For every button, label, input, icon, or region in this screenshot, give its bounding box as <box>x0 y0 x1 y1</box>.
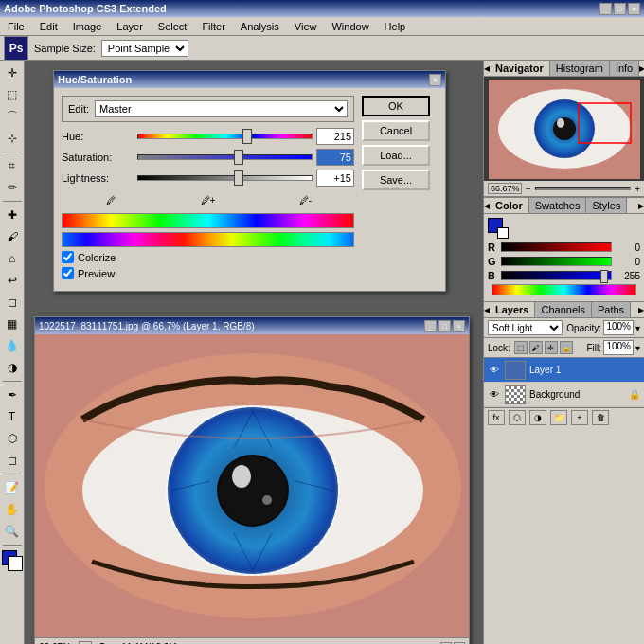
image-minimize-button[interactable]: _ <box>424 320 437 332</box>
tab-layers[interactable]: Layers <box>490 302 535 317</box>
tab-styles[interactable]: Styles <box>586 198 627 213</box>
saturation-value[interactable]: 75 <box>316 149 354 166</box>
zoom-out-icon[interactable]: − <box>526 184 531 194</box>
layers-panel-expand[interactable]: ▶ <box>638 302 644 317</box>
blur-tool[interactable]: 💧 <box>2 335 23 356</box>
layer-fx-button[interactable]: fx <box>488 410 505 425</box>
maximize-button[interactable]: □ <box>614 3 626 15</box>
color-panel-expand[interactable]: ▶ <box>638 198 644 213</box>
tab-color[interactable]: Color <box>490 198 529 213</box>
blend-mode-select[interactable]: Soft Light <box>488 320 563 335</box>
menu-view[interactable]: View <box>291 19 321 34</box>
minimize-button[interactable]: _ <box>599 3 612 15</box>
menu-select[interactable]: Select <box>154 19 191 34</box>
color-swatch-stack[interactable] <box>488 218 509 239</box>
zoom-info-icon[interactable]: i <box>79 641 92 645</box>
image-close-button[interactable]: × <box>453 320 465 332</box>
new-layer-button[interactable]: + <box>571 410 588 425</box>
fill-arrow[interactable]: ▾ <box>635 343 640 353</box>
r-slider-track[interactable] <box>501 242 612 252</box>
tab-histogram[interactable]: Histogram <box>550 61 610 76</box>
dodge-tool[interactable]: ◑ <box>2 357 23 378</box>
menu-window[interactable]: Window <box>328 19 372 34</box>
lock-all-icon[interactable]: 🔒 <box>560 341 573 354</box>
zoom-tool[interactable]: 🔍 <box>2 521 23 542</box>
tab-info[interactable]: Info <box>610 61 639 76</box>
crop-tool[interactable]: ⌗ <box>2 155 23 176</box>
zoom-percentage[interactable]: 66.67% <box>488 183 522 194</box>
move-tool[interactable]: ✛ <box>2 63 23 83</box>
bg-swatch[interactable] <box>497 227 509 239</box>
menu-filter[interactable]: Filter <box>198 19 228 34</box>
hue-slider-container[interactable] <box>137 129 313 144</box>
brush-tool[interactable]: 🖌 <box>2 226 23 247</box>
lightness-value[interactable]: +15 <box>316 170 354 187</box>
text-tool[interactable]: T <box>2 406 23 427</box>
cancel-button[interactable]: Cancel <box>362 120 430 141</box>
preview-checkbox[interactable] <box>62 267 74 279</box>
hue-value[interactable]: 215 <box>316 128 354 145</box>
save-button[interactable]: Save... <box>362 170 430 190</box>
eyedropper-subtract-icon[interactable]: 🖉+ <box>199 190 218 209</box>
b-slider-thumb[interactable] <box>600 270 608 283</box>
image-canvas[interactable] <box>35 334 469 637</box>
color-spectrum-bar[interactable] <box>492 284 636 295</box>
eyedropper-add-icon[interactable]: 🖉 <box>101 190 120 209</box>
edit-select[interactable]: Master <box>95 100 348 117</box>
saturation-slider-container[interactable] <box>137 150 313 165</box>
eyedropper-tool[interactable]: ✏ <box>2 177 23 198</box>
b-slider-track[interactable] <box>501 271 612 280</box>
pen-tool[interactable]: ✒ <box>2 385 23 405</box>
zoom-slider[interactable] <box>535 187 631 190</box>
layer-group-button[interactable]: 📁 <box>550 410 567 425</box>
dialog-close-button[interactable]: × <box>429 74 441 86</box>
layer-adjustment-button[interactable]: ◑ <box>529 410 546 425</box>
marquee-tool[interactable]: ⬚ <box>2 84 23 105</box>
load-button[interactable]: Load... <box>362 145 430 166</box>
lock-transparent-icon[interactable]: ⬚ <box>514 341 528 354</box>
tab-channels[interactable]: Channels <box>535 302 591 317</box>
menu-file[interactable]: File <box>4 19 28 34</box>
lightness-slider-container[interactable] <box>137 170 313 186</box>
layer-bg-eye-icon[interactable]: 👁 <box>488 388 501 402</box>
menu-image[interactable]: Image <box>69 19 106 34</box>
eraser-tool[interactable]: ◻ <box>2 292 23 313</box>
layer-item-1[interactable]: 👁 Layer 1 <box>484 358 644 383</box>
notes-tool[interactable]: 📝 <box>2 477 23 498</box>
opacity-value[interactable]: 100% <box>603 320 634 335</box>
history-tool[interactable]: ↩ <box>2 270 23 291</box>
shape-tool[interactable]: ◻ <box>2 450 23 471</box>
opacity-arrow[interactable]: ▾ <box>635 323 640 333</box>
healing-tool[interactable]: ✚ <box>2 205 23 225</box>
ok-button[interactable]: OK <box>362 96 430 116</box>
menu-analysis[interactable]: Analysis <box>237 19 283 34</box>
tab-paths[interactable]: Paths <box>592 302 631 317</box>
image-maximize-button[interactable]: □ <box>438 320 451 332</box>
colorize-checkbox[interactable] <box>62 251 74 263</box>
hand-tool[interactable]: ✋ <box>2 499 23 520</box>
lock-move-icon[interactable]: ✛ <box>545 341 558 354</box>
clone-tool[interactable]: ⌂ <box>2 248 23 269</box>
sample-size-select[interactable]: Point Sample <box>101 40 188 57</box>
lock-paint-icon[interactable]: 🖌 <box>529 341 543 354</box>
menu-edit[interactable]: Edit <box>36 19 62 34</box>
hue-thumb[interactable] <box>242 129 252 144</box>
layer-1-eye-icon[interactable]: 👁 <box>488 364 501 377</box>
layer-item-background[interactable]: 👁 Background 🔒 <box>484 383 644 407</box>
background-color[interactable] <box>8 556 23 571</box>
path-tool[interactable]: ⬡ <box>2 428 23 449</box>
lightness-thumb[interactable] <box>234 170 243 186</box>
gradient-tool[interactable]: ▦ <box>2 313 23 334</box>
g-slider-track[interactable] <box>501 257 612 266</box>
saturation-thumb[interactable] <box>234 150 243 165</box>
zoom-in-icon[interactable]: + <box>635 184 640 194</box>
tab-swatches[interactable]: Swatches <box>529 198 587 213</box>
close-button[interactable]: × <box>628 3 640 15</box>
layer-mask-button[interactable]: ⬡ <box>509 410 526 425</box>
fill-value[interactable]: 100% <box>603 340 634 355</box>
delete-layer-button[interactable]: 🗑 <box>592 410 609 425</box>
menu-layer[interactable]: Layer <box>113 19 147 34</box>
menu-help[interactable]: Help <box>381 19 410 34</box>
magic-wand-tool[interactable]: ⊹ <box>2 128 23 149</box>
eyedropper-replace-icon[interactable]: 🖉- <box>296 190 315 209</box>
